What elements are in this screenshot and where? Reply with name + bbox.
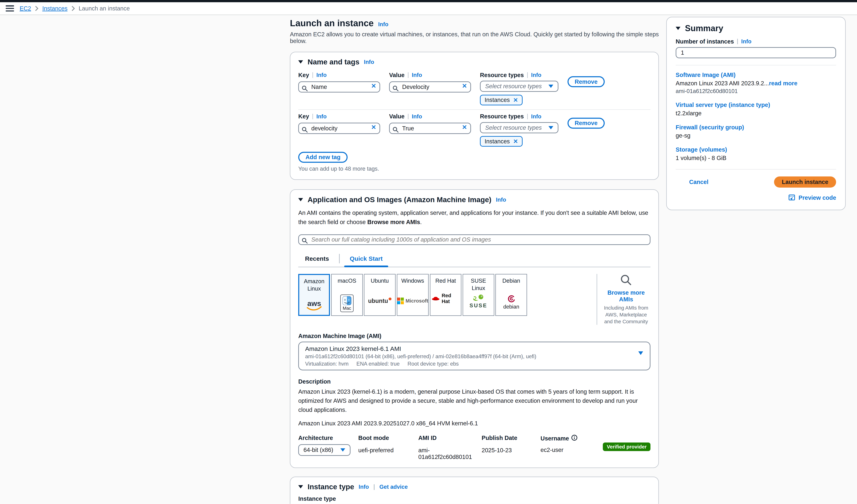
section-info-link[interactable]: Info	[496, 196, 506, 203]
tile-debian[interactable]: Debian debian	[495, 274, 527, 316]
firewall-value: ge-sg	[676, 132, 836, 139]
info-circle-icon[interactable]	[571, 435, 577, 442]
chevron-down-icon	[638, 351, 643, 355]
summary-collapse-icon[interactable]	[676, 27, 680, 30]
firewall-link[interactable]: Firewall (security group)	[676, 124, 836, 131]
tile-windows[interactable]: Windows Microsoft	[397, 274, 429, 316]
section-collapse-icon[interactable]	[298, 198, 303, 201]
search-icon	[392, 83, 399, 93]
architecture-select[interactable]: 64-bit (x86)	[298, 444, 350, 456]
token-remove-icon[interactable]: ✕	[513, 138, 518, 145]
architecture-label: Architecture	[298, 435, 358, 441]
tile-red-hat[interactable]: Red Hat Red Hat	[430, 274, 461, 316]
ami-select[interactable]: Amazon Linux 2023 kernel-6.1 AMI ami-01a…	[298, 342, 651, 370]
publish-date-value: 2025-10-23	[482, 447, 541, 454]
browse-more-amis-block: Browse more AMIs Including AMIs from AWS…	[602, 274, 651, 325]
ami-catalog-search-input[interactable]	[298, 234, 651, 245]
tile-amazon-linux[interactable]: Amazon Linux aws	[298, 274, 330, 316]
chevron-down-icon	[549, 85, 553, 88]
cancel-button[interactable]: Cancel	[689, 179, 709, 185]
chevron-down-icon	[549, 126, 553, 129]
breadcrumb-ec2[interactable]: EC2	[19, 5, 31, 12]
key-label: Key	[298, 72, 309, 79]
clear-icon[interactable]: ✕	[462, 82, 467, 90]
ami-section: Application and OS Images (Amazon Machin…	[290, 189, 659, 468]
software-image-value: Amazon Linux 2023 AMI 2023.9.2...	[676, 80, 769, 87]
resource-types-select[interactable]: Select resource types	[480, 122, 558, 133]
number-of-instances-input[interactable]	[676, 47, 836, 58]
tile-macos[interactable]: macOS Mac	[331, 274, 363, 316]
ami-select-label: Amazon Machine Image (AMI)	[298, 333, 651, 340]
tab-quick-start[interactable]: Quick Start	[343, 253, 389, 266]
summary-title: Summary	[685, 23, 723, 33]
storage-link[interactable]: Storage (volumes)	[676, 146, 836, 153]
instances-info-link[interactable]: Info	[741, 38, 752, 45]
tag-key-input[interactable]	[298, 81, 380, 92]
remove-tag-button[interactable]: Remove	[568, 76, 605, 87]
boot-mode-label: Boot mode	[358, 435, 418, 441]
os-tiles: Amazon Linux aws macOS	[298, 274, 651, 325]
key-info-link[interactable]: Info	[316, 72, 327, 78]
section-collapse-icon[interactable]	[298, 60, 303, 64]
remove-tag-button[interactable]: Remove	[568, 118, 605, 129]
ubuntu-logo-icon: ubuntu	[368, 298, 391, 304]
tag-value-input[interactable]	[389, 81, 471, 92]
red-hat-logo-icon: Red Hat	[432, 293, 460, 304]
resource-info-link[interactable]: Info	[531, 113, 541, 120]
get-advice-link[interactable]: Get advice	[380, 484, 408, 490]
main-column: Launch an instance Info Amazon EC2 allow…	[290, 18, 659, 504]
section-info-link[interactable]: Info	[358, 484, 369, 490]
resource-info-link[interactable]: Info	[531, 72, 541, 78]
virtual-server-type-link[interactable]: Virtual server type (instance type)	[676, 102, 836, 108]
breadcrumb-current: Launch an instance	[79, 5, 130, 12]
chevron-right-icon	[71, 6, 75, 11]
chevron-down-icon	[340, 448, 345, 452]
resource-token-instances: Instances ✕	[480, 136, 523, 146]
search-icon	[302, 124, 308, 135]
aws-logo-icon: aws	[305, 299, 323, 312]
clear-icon[interactable]: ✕	[371, 82, 376, 90]
clear-icon[interactable]: ✕	[371, 124, 376, 131]
summary-software-section: Software Image (AMI) Amazon Linux 2023 A…	[676, 72, 836, 94]
breadcrumb: EC2 Instances Launch an instance	[19, 5, 130, 12]
breadcrumb-bar: EC2 Instances Launch an instance	[0, 2, 857, 15]
page-info-link[interactable]: Info	[378, 21, 388, 28]
virtual-server-type-value: t2.2xlarge	[676, 110, 836, 117]
section-title: Instance type	[307, 483, 354, 491]
ami-long-description: Amazon Linux 2023 (kernel-6.1) is a mode…	[298, 387, 651, 415]
tile-suse-linux[interactable]: SUSE Linux SUSE	[463, 274, 494, 316]
launch-instance-button[interactable]: Launch instance	[774, 176, 836, 188]
value-info-link[interactable]: Info	[412, 72, 422, 78]
tile-ubuntu[interactable]: Ubuntu ubuntu	[364, 274, 396, 316]
tag-value-input[interactable]	[389, 123, 471, 134]
section-info-link[interactable]: Info	[364, 59, 374, 65]
read-more-link[interactable]: read more	[769, 80, 797, 87]
tags-hint: You can add up to 48 more tags.	[298, 166, 651, 172]
tag-row: Key Info ✕ Value Info	[298, 66, 651, 105]
clear-icon[interactable]: ✕	[462, 124, 467, 131]
tag-key-input[interactable]	[298, 123, 380, 134]
section-title: Name and tags	[307, 58, 359, 66]
section-collapse-icon[interactable]	[298, 485, 303, 488]
add-new-tag-button[interactable]: Add new tag	[298, 152, 348, 163]
hamburger-menu-icon[interactable]	[6, 5, 14, 12]
tab-recents[interactable]: Recents	[298, 253, 336, 266]
software-image-link[interactable]: Software Image (AMI)	[676, 72, 836, 78]
preview-code-link[interactable]: Preview code	[799, 194, 836, 201]
software-ami-id: ami-01a612f2c60d80101	[676, 88, 836, 94]
chevron-right-icon	[35, 6, 38, 11]
suse-logo-icon: SUSE	[469, 294, 487, 309]
key-info-link[interactable]: Info	[316, 113, 327, 120]
token-remove-icon[interactable]: ✕	[513, 97, 518, 103]
svg-text:aws: aws	[307, 299, 321, 308]
summary-server-section: Virtual server type (instance type) t2.2…	[676, 102, 836, 117]
resource-types-select[interactable]: Select resource types	[480, 81, 558, 92]
boot-mode-value: uefi-preferred	[358, 447, 418, 454]
number-of-instances-label: Number of instances	[676, 38, 734, 45]
breadcrumb-instances[interactable]: Instances	[42, 5, 68, 12]
resource-types-label: Resource types	[480, 113, 524, 120]
browse-more-amis-link[interactable]: Browse more AMIs	[602, 289, 651, 303]
value-info-link[interactable]: Info	[412, 113, 422, 120]
publish-date-label: Publish Date	[482, 435, 541, 441]
description-label: Description	[298, 378, 651, 385]
